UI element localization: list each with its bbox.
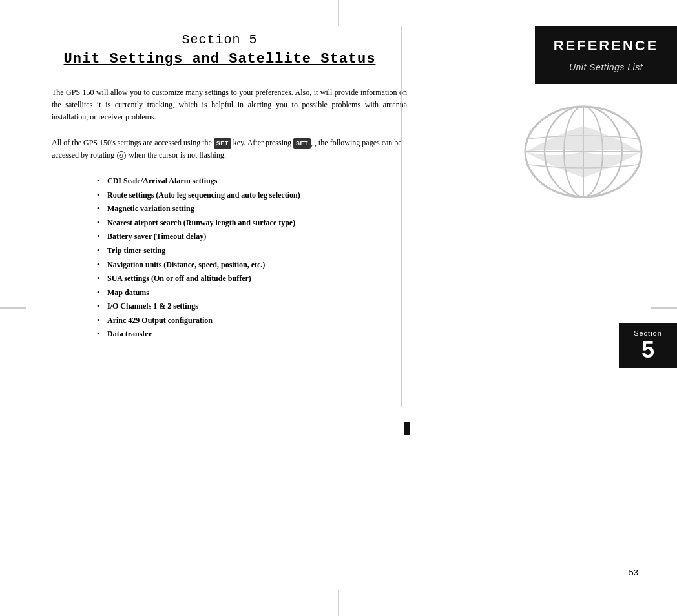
rotate-icon — [117, 151, 126, 160]
section-tab: Section 5 — [619, 323, 677, 368]
bullet-item: Trip timer setting — [97, 244, 407, 258]
corner-mark-bl — [12, 591, 25, 604]
bullet-item: CDI Scale/Arrival Alarm settings — [97, 174, 407, 189]
bullet-item: Battery saver (Timeout delay) — [97, 230, 407, 244]
reference-box: REFERENCE Unit Settings List — [535, 26, 677, 84]
corner-mark-tr — [652, 12, 665, 25]
bullet-item: Nearest airport search (Runway length an… — [97, 216, 407, 231]
page-number: 53 — [629, 568, 638, 577]
second-paragraph: All of the GPS 150's settings are access… — [32, 137, 407, 161]
bullet-item: Arinc 429 Output configuration — [97, 314, 407, 328]
bullet-item: SUA settings (On or off and altitude buf… — [97, 272, 407, 286]
bullet-list: CDI Scale/Arrival Alarm settingsRoute se… — [32, 174, 407, 342]
intro-paragraph: The GPS 150 will allow you to customize … — [32, 87, 407, 124]
crosshair-left — [0, 308, 26, 309]
bullet-item: Route settings (Auto leg sequencing and … — [97, 189, 407, 203]
garmin-wings-graphic — [509, 100, 658, 207]
section-subtitle: Unit Settings and Satellite Status — [32, 51, 407, 67]
black-bar-marker — [404, 422, 410, 435]
corner-mark-tl — [12, 12, 25, 25]
bullet-item: I/O Channels 1 & 2 settings — [97, 300, 407, 314]
para2-before: All of the GPS 150's settings are access… — [52, 138, 212, 147]
main-content: Section 5 Unit Settings and Satellite St… — [32, 32, 407, 584]
bullet-item: Navigation units (Distance, speed, posit… — [97, 258, 407, 272]
reference-title: REFERENCE — [548, 37, 664, 54]
bullet-item: Magnetic variation setting — [97, 202, 407, 216]
set-key-2: SET — [293, 138, 311, 149]
bullet-item: Data transfer — [97, 327, 407, 342]
crosshair-right — [651, 308, 677, 309]
para2-end: when the cursor is not flashing. — [129, 150, 226, 159]
right-border-line — [401, 26, 402, 407]
crosshair-bottom — [338, 590, 339, 616]
section-title: Section 5 — [32, 32, 407, 47]
reference-subtitle: Unit Settings List — [548, 62, 664, 72]
set-key-1: SET — [214, 138, 231, 149]
para2-comma: , — [311, 138, 313, 147]
section-tab-number: 5 — [624, 338, 672, 362]
corner-mark-br — [652, 591, 665, 604]
crosshair-top — [338, 0, 339, 26]
bullet-item: Map datums — [97, 286, 407, 300]
para2-middle: key. After pressing — [233, 138, 291, 147]
